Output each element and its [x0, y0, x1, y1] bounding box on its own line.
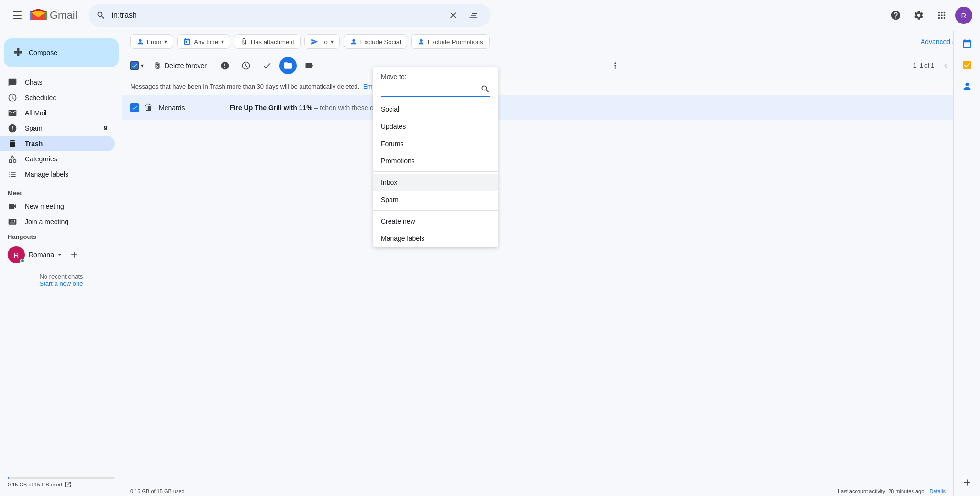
- move-to-active-button[interactable]: [279, 57, 297, 74]
- storage-area: 0.15 GB of 15 GB used: [0, 473, 122, 492]
- bottom-status: 0.15 GB of 15 GB used Last account activ…: [122, 486, 953, 496]
- dropdown-item-inbox[interactable]: Inbox: [373, 174, 498, 191]
- dropdown-divider-1: [373, 171, 498, 172]
- email-subject: Fire Up The Grill with 11% – tchen with …: [230, 104, 951, 112]
- help-button[interactable]: [886, 6, 905, 25]
- no-chats-text: No recent chats Start a new one: [8, 273, 115, 287]
- user-avatar[interactable]: R: [955, 7, 972, 24]
- label-button[interactable]: [301, 57, 318, 74]
- attachment-icon: [240, 38, 248, 45]
- storage-bar-fill: [8, 477, 9, 479]
- chat-icon: [8, 78, 17, 87]
- dropdown-item-forums[interactable]: Forums: [373, 135, 498, 152]
- search-filter-button[interactable]: [464, 6, 483, 25]
- spam-icon: [8, 124, 17, 133]
- compose-button[interactable]: ✚ Compose: [4, 38, 119, 67]
- svg-point-1: [139, 39, 141, 42]
- contacts-panel-button[interactable]: [958, 77, 977, 96]
- email-subject-text: Fire Up The Grill with 11%: [230, 104, 312, 112]
- apps-button[interactable]: [932, 6, 951, 25]
- hangouts-title: Hangouts: [8, 233, 115, 240]
- hangout-avatar: R: [8, 246, 25, 263]
- sidebar-item-join-meeting[interactable]: Join a meeting: [0, 214, 115, 229]
- add-hangout-button[interactable]: [67, 248, 81, 261]
- from-label: From: [147, 38, 161, 45]
- trash-notice: Messages that have been in Trash more th…: [122, 78, 980, 95]
- to-filter[interactable]: To ▾: [304, 34, 340, 49]
- sidebar-item-label-categories: Categories: [25, 155, 107, 163]
- meet-section-header: Meet: [0, 186, 122, 199]
- add-panel-button[interactable]: [958, 473, 977, 492]
- search-clear-button[interactable]: [445, 7, 462, 24]
- search-input[interactable]: in:trash: [111, 11, 445, 20]
- previous-page-button[interactable]: [938, 58, 953, 73]
- delete-forever-button[interactable]: Delete forever: [147, 57, 212, 74]
- settings-button[interactable]: [909, 6, 928, 25]
- dropdown-header: Move to:: [373, 67, 498, 84]
- email-checkbox[interactable]: [130, 103, 139, 112]
- move-to-icon: [283, 61, 293, 70]
- delete-forever-label: Delete forever: [165, 62, 207, 69]
- details-link[interactable]: Details: [929, 488, 946, 494]
- right-panel: [953, 31, 980, 496]
- external-link-icon[interactable]: [64, 481, 72, 488]
- to-icon: [311, 38, 318, 45]
- dropdown-item-create-new[interactable]: Create new: [373, 213, 498, 230]
- more-options-button[interactable]: [607, 57, 624, 74]
- from-icon: [136, 38, 144, 45]
- has-attachment-label: Has attachment: [251, 38, 294, 45]
- gmail-logo[interactable]: Gmail: [29, 6, 77, 25]
- snooze-button[interactable]: [237, 57, 255, 74]
- sidebar-item-chats[interactable]: Chats: [0, 75, 115, 90]
- to-arrow-icon: ▾: [331, 38, 334, 45]
- select-all-area[interactable]: ▾: [130, 61, 144, 70]
- search-bar[interactable]: in:trash: [89, 4, 490, 27]
- tasks-panel-button[interactable]: [958, 56, 977, 75]
- calendar-panel-button[interactable]: [958, 34, 977, 54]
- dropdown-item-spam[interactable]: Spam: [373, 191, 498, 208]
- dropdown-item-updates[interactable]: Updates: [373, 118, 498, 135]
- main-content: From ▾ Any time ▾ Has attachment To ▾ Ex…: [122, 31, 980, 496]
- move-to-dropdown: Move to: Social Updates Forums Promotion…: [373, 67, 498, 247]
- has-attachment-filter[interactable]: Has attachment: [234, 34, 301, 49]
- any-time-arrow-icon: ▾: [221, 38, 224, 45]
- sidebar-item-categories[interactable]: Categories: [0, 151, 115, 167]
- sidebar-item-label-all-mail: All Mail: [25, 109, 107, 117]
- sidebar-item-trash[interactable]: Trash: [0, 136, 115, 151]
- sidebar-item-scheduled[interactable]: Scheduled: [0, 90, 115, 105]
- from-filter[interactable]: From ▾: [130, 34, 173, 49]
- calendar-icon: [183, 38, 191, 45]
- compose-label: Compose: [29, 49, 57, 56]
- dropdown-search-input[interactable]: [381, 85, 480, 93]
- contacts-panel-icon: [962, 81, 972, 91]
- delete-forever-icon: [153, 61, 162, 70]
- pagination-text: 1–1 of 1: [913, 62, 934, 69]
- sidebar-item-new-meeting[interactable]: New meeting: [0, 199, 115, 214]
- sidebar-item-manage-labels[interactable]: Manage labels: [0, 167, 115, 182]
- svg-point-2: [352, 39, 355, 42]
- table-row[interactable]: 🗑 Menards Fire Up The Grill with 11% – t…: [122, 95, 980, 120]
- report-spam-icon: [220, 61, 230, 70]
- report-spam-button[interactable]: [216, 57, 234, 74]
- exclude-promotions-label: Exclude Promotions: [428, 38, 483, 45]
- sidebar-item-spam[interactable]: Spam 9: [0, 121, 115, 136]
- select-all-checkbox[interactable]: [130, 61, 139, 70]
- dropdown-item-manage-labels[interactable]: Manage labels: [373, 230, 498, 247]
- dropdown-search[interactable]: [381, 84, 490, 97]
- tasks-panel-icon: [962, 60, 972, 70]
- bottom-storage-text: 0.15 GB of 15 GB used: [130, 488, 185, 494]
- dropdown-item-social[interactable]: Social: [373, 101, 498, 118]
- join-meeting-label: Join a meeting: [25, 218, 68, 225]
- sidebar-item-all-mail[interactable]: All Mail: [0, 105, 115, 121]
- dropdown-item-promotions[interactable]: Promotions: [373, 152, 498, 169]
- hamburger-menu-button[interactable]: [8, 6, 27, 25]
- last-activity-text: Last account activity: 28 minutes ago: [838, 488, 924, 494]
- exclude-social-filter[interactable]: Exclude Social: [344, 34, 407, 49]
- mark-as-done-button[interactable]: [258, 57, 276, 74]
- exclude-promotions-filter[interactable]: Exclude Promotions: [411, 34, 490, 49]
- select-dropdown-arrow[interactable]: ▾: [141, 62, 144, 69]
- any-time-filter[interactable]: Any time ▾: [177, 34, 230, 49]
- hangout-user[interactable]: R Romana: [8, 244, 64, 265]
- svg-point-3: [420, 39, 422, 42]
- start-new-chat-link[interactable]: Start a new one: [39, 280, 83, 287]
